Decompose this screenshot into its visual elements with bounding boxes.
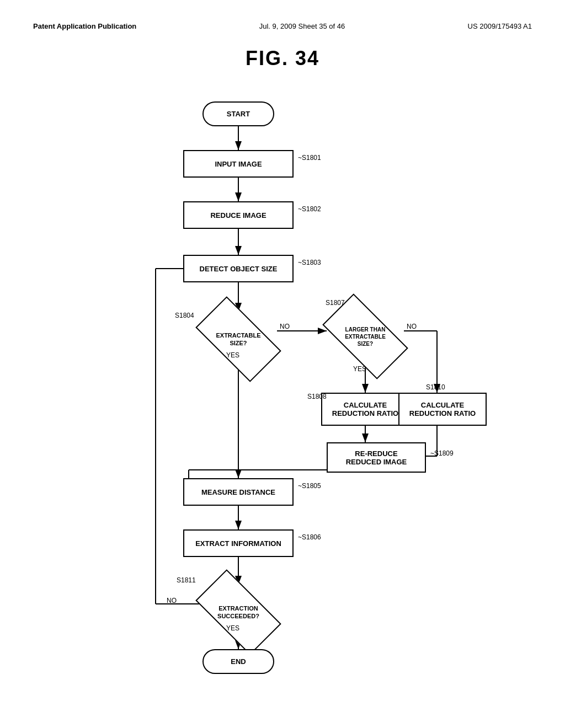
header: Patent Application Publication Jul. 9, 2…	[33, 22, 532, 30]
fig-title: FIG. 34	[33, 47, 532, 70]
page: Patent Application Publication Jul. 9, 2…	[0, 0, 565, 728]
s1810-label: S1810	[426, 383, 445, 391]
header-left: Patent Application Publication	[33, 22, 136, 30]
input-image-node: INPUT IMAGE	[183, 150, 294, 178]
yes-label-3: YES	[226, 624, 239, 632]
detect-object-node: DETECT OBJECT SIZE	[183, 255, 294, 282]
no-label-1: NO	[280, 323, 290, 330]
calc-reduction-1-node: CALCULATE REDUCTION RATIO	[321, 393, 409, 426]
end-node: END	[202, 649, 274, 674]
s1801-label: ~S1801	[298, 154, 321, 162]
s1803-label: ~S1803	[298, 259, 321, 266]
calc-reduction-2-node: CALCULATE REDUCTION RATIO	[398, 393, 487, 426]
yes-label-2: YES	[353, 365, 366, 373]
s1804-label: S1804	[175, 312, 194, 319]
measure-distance-node: MEASURE DISTANCE	[183, 478, 294, 506]
no-label-3: NO	[167, 597, 177, 604]
flowchart: START INPUT IMAGE ~S1801 REDUCE IMAGE ~S…	[89, 92, 476, 699]
header-right: US 2009/175493 A1	[468, 22, 532, 30]
s1805-label: ~S1805	[298, 482, 321, 490]
s1807-label: S1807	[326, 299, 345, 307]
s1808-label: S1808	[307, 393, 327, 400]
reduce-image-node: REDUCE IMAGE	[183, 201, 294, 229]
larger-than-diamond: LARGER THAN EXTRACTABLE SIZE?	[327, 309, 404, 364]
no-label-2: NO	[407, 323, 417, 330]
s1811-label: S1811	[177, 576, 196, 584]
extract-info-node: EXTRACT INFORMATION	[183, 529, 294, 557]
s1806-label: ~S1806	[298, 533, 321, 541]
s1802-label: ~S1802	[298, 205, 321, 213]
start-node: START	[202, 101, 274, 126]
re-reduce-node: RE-REDUCE REDUCED IMAGE	[327, 442, 426, 473]
s1809-label: ~S1809	[430, 449, 454, 457]
header-center: Jul. 9, 2009 Sheet 35 of 46	[259, 22, 345, 30]
yes-label-1: YES	[226, 351, 239, 359]
